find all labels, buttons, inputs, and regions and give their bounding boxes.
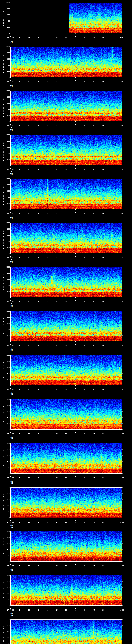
x-tick-label: 50 xyxy=(102,81,104,82)
x-tick-label: 25 xyxy=(56,301,58,303)
y-tick-label: 800 xyxy=(4,140,10,142)
x-tick-label: 30 xyxy=(65,37,67,38)
y-tick-label: 600 xyxy=(4,14,10,16)
x-tick-label-start: 17:07:00 xyxy=(7,169,14,171)
x-tick-label: 35 xyxy=(74,609,76,611)
x-tick-label-start: 17:04:00 xyxy=(7,37,14,38)
y-tick-label: 600 xyxy=(4,190,10,192)
y-tick-label: 1000 xyxy=(4,486,10,488)
y-tick-label: 200 xyxy=(4,114,10,116)
spectrogram-panel: Frequency (Hz) 02004006008001000 17:08:0… xyxy=(0,179,132,223)
x-tick-label: 55 xyxy=(112,213,113,214)
y-axis-title: Frequency (Hz) xyxy=(3,96,4,117)
x-tick-label-start: 17:09:00 xyxy=(7,257,14,259)
y-tick-label: 800 xyxy=(4,448,10,450)
spectrogram-canvas xyxy=(0,531,132,567)
y-tick-label: 1000 xyxy=(4,442,10,444)
x-tick-label: 35 xyxy=(74,213,76,214)
y-tick-label: 200 xyxy=(4,158,10,160)
y-tick-label: 800 xyxy=(4,184,10,186)
y-tick-label: 200 xyxy=(4,555,10,556)
x-tick-label: 30 xyxy=(65,345,67,347)
date-line: 2015 xyxy=(7,130,16,132)
date-line: 2015 xyxy=(7,174,16,176)
y-tick-label: 800 xyxy=(4,228,10,230)
y-tick-label: 1000 xyxy=(4,574,10,576)
x-tick-label: 20 xyxy=(47,257,48,259)
x-tick-label: 15 xyxy=(38,609,39,611)
x-tick-label: 15 xyxy=(38,81,39,82)
y-tick-label: 0 xyxy=(4,517,10,518)
y-tick-label: 200 xyxy=(4,467,10,468)
y-axis-title: Frequency (Hz) xyxy=(3,8,4,29)
x-tick-label: 45 xyxy=(93,301,95,303)
x-tick-label: 30 xyxy=(65,477,67,479)
y-tick-label: 1000 xyxy=(4,310,10,312)
x-tick-label: 5 xyxy=(19,213,20,214)
x-tick-label: 35 xyxy=(74,433,76,435)
y-tick-label: 600 xyxy=(4,102,10,104)
x-tick-label: 55 xyxy=(112,609,113,611)
x-tick-label: 55 xyxy=(112,389,113,391)
x-tick-label: 15 xyxy=(38,565,39,567)
y-tick-label: 0 xyxy=(4,252,10,254)
y-tick-label: 0 xyxy=(4,120,10,122)
x-tick-label: 45 xyxy=(93,37,95,38)
x-tick-label: 20 xyxy=(47,81,48,82)
y-tick-label: 800 xyxy=(4,404,10,406)
x-tick-label-end: 6:00 xyxy=(120,81,124,82)
x-tick-label: 20 xyxy=(47,213,48,214)
x-tick-label: 25 xyxy=(56,81,58,82)
x-tick-label: 5 xyxy=(19,345,20,347)
x-tick-label-start: 17:08:00 xyxy=(7,213,14,214)
x-tick-label: 30 xyxy=(65,522,67,523)
x-tick-label: 5 xyxy=(19,257,20,259)
x-tick-label: 5 xyxy=(19,169,20,171)
y-tick-label: 800 xyxy=(4,581,10,582)
x-tick-label: 45 xyxy=(93,433,95,435)
x-tick-label: 25 xyxy=(56,257,58,259)
y-tick-label: 400 xyxy=(4,637,10,638)
y-tick-label: 800 xyxy=(4,493,10,494)
x-tick-label: 25 xyxy=(56,169,58,171)
x-tick-label: 40 xyxy=(84,213,86,214)
x-tick-label-end: 14:00 xyxy=(120,433,124,435)
x-tick-label-start: 17:16:00 xyxy=(7,565,14,567)
x-tick-label-start: 17:15:00 xyxy=(7,522,14,523)
x-tick-label: 15 xyxy=(38,257,39,259)
x-tick-label-start: 17:17:00 xyxy=(7,609,14,611)
x-tick-label-end: 5:00 xyxy=(120,37,124,38)
y-tick-label: 800 xyxy=(4,625,10,626)
y-tick-label: 0 xyxy=(4,164,10,166)
y-tick-label: 0 xyxy=(4,385,10,386)
x-tick-label: 40 xyxy=(84,522,86,523)
x-tick-label-end: 11:00 xyxy=(120,301,124,303)
x-tick-label: 30 xyxy=(65,389,67,391)
y-tick-label: 0 xyxy=(4,429,10,430)
y-tick-label: 600 xyxy=(4,366,10,368)
x-tick-label: 5 xyxy=(19,565,20,567)
y-tick-label: 400 xyxy=(4,505,10,506)
x-tick-label: 20 xyxy=(47,522,48,523)
y-axis-title: Frequency (Hz) xyxy=(3,272,4,293)
x-tick-label-end: 8:00 xyxy=(120,169,124,171)
date-line: 2015 xyxy=(7,86,16,88)
y-tick-label: 1000 xyxy=(4,530,10,532)
x-tick-label: 35 xyxy=(74,301,76,303)
y-tick-label: 1000 xyxy=(4,354,10,356)
x-tick-label: 40 xyxy=(84,301,86,303)
x-tick-label: 25 xyxy=(56,477,58,479)
x-tick-label: 55 xyxy=(112,565,113,567)
y-tick-label: 0 xyxy=(4,473,10,474)
x-tick-label: 40 xyxy=(84,433,86,435)
x-tick-label: 40 xyxy=(84,389,86,391)
x-tick-label: 50 xyxy=(102,345,104,347)
x-tick-label: 10 xyxy=(28,345,30,347)
date-line: 2015 xyxy=(7,218,16,220)
y-axis-title: Frequency (Hz) xyxy=(3,52,4,73)
x-tick-label: 10 xyxy=(28,169,30,171)
x-tick-label: 15 xyxy=(38,477,39,479)
date-line: 2015 xyxy=(7,394,16,396)
x-tick-label: 40 xyxy=(84,169,86,171)
x-tick-label: 5 xyxy=(19,301,20,303)
